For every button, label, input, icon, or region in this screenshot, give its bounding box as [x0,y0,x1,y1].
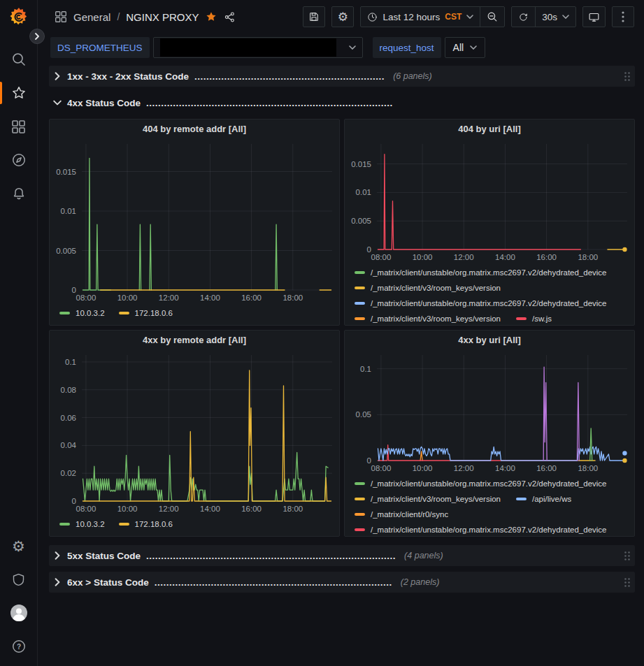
legend-item[interactable]: 172.18.0.6 [119,305,173,321]
svg-text:0.04: 0.04 [61,441,77,449]
svg-text:08:00: 08:00 [76,505,96,513]
active-section-indicator [0,82,2,104]
chart-canvas[interactable]: 00.020.040.060.080.108:0010:0012:0014:00… [50,349,339,515]
svg-text:?: ? [16,643,20,651]
toolbar-actions: ⚙ Last 12 hours CST 30s [303,6,634,27]
compass-icon [11,152,27,168]
panel-title[interactable]: 4xx by uri [All] [345,331,634,349]
panel-404-by-uri: 404 by uri [All] 00.0050.010.01508:0010:… [344,119,635,326]
sidebar-item-search[interactable] [0,43,37,76]
chevron-down-icon [349,45,356,50]
row-drag-handle[interactable] [624,71,631,82]
svg-text:16:00: 16:00 [536,464,557,472]
more-options-button[interactable] [612,6,634,27]
zoom-out-time-button[interactable] [480,7,504,27]
panel-title[interactable]: 4xx by remote addr [All] [50,331,339,349]
chevron-down-icon [562,15,569,19]
legend-item[interactable]: /_matrix/client/v3/room_keys/version [355,280,501,296]
chart-canvas[interactable]: 00.0050.010.01508:0010:0012:0014:0016:00… [345,138,634,263]
legend-label: /_matrix/client/v3/room_keys/version [371,284,501,292]
legend-item[interactable]: /_matrix/client/unstable/org.matrix.msc2… [355,522,607,536]
time-range-picker[interactable]: Last 12 hours CST [361,7,480,27]
legend-item[interactable]: /api/live/ws [516,491,571,507]
svg-text:12:00: 12:00 [454,464,474,472]
legend-swatch [355,302,365,305]
sidebar-item-alerting[interactable] [0,177,37,210]
legend-swatch [355,317,365,320]
sidebar-item-configuration[interactable]: ⚙ [0,529,37,563]
row-drag-handle[interactable] [624,577,631,588]
svg-text:08:00: 08:00 [371,464,392,472]
request-host-value: All [453,42,464,53]
legend-label: /_matrix/client/r0/sync [371,510,448,519]
request-host-select[interactable]: All [445,37,486,58]
row-5xx[interactable]: 5xx Status Code ........................… [49,545,635,566]
sidebar-item-server-admin[interactable] [0,563,37,596]
chevron-right-icon [34,33,41,40]
favorite-star-icon[interactable] [205,10,217,23]
cycle-view-mode-button[interactable] [582,6,606,27]
panel-title[interactable]: 404 by uri [All] [345,120,634,138]
legend-item[interactable]: 10.0.3.2 [59,305,105,321]
legend-item[interactable]: 172.18.0.6 [119,516,173,532]
share-icon[interactable] [224,11,236,23]
svg-text:10:00: 10:00 [413,464,433,472]
row-panel-count: (2 panels) [401,577,440,587]
chart-canvas[interactable]: 00.0050.010.01508:0010:0012:0014:0016:00… [50,138,339,304]
variable-label: DS_PROMETHEUS [50,37,150,58]
save-dashboard-button[interactable] [303,6,325,27]
refresh-interval-picker[interactable]: 30s [535,7,575,27]
apps-grid-icon[interactable] [55,10,67,23]
svg-text:14:00: 14:00 [200,294,220,302]
svg-text:18:00: 18:00 [578,253,598,261]
shield-icon [11,572,26,587]
row-4xx[interactable]: 4xx Status Code ........................… [49,92,635,113]
row-title: 6xx > Status Code [67,577,149,588]
panel-4xx-by-uri: 4xx by uri [All] 00.050.108:0010:0012:00… [344,330,635,537]
row-panel-count: (4 panels) [404,551,443,560]
sidebar-item-starred[interactable] [0,76,37,110]
refresh-button[interactable] [512,7,535,27]
sidebar-item-explore[interactable] [0,143,37,177]
svg-text:12:00: 12:00 [454,253,474,261]
row-1xx-3xx-2xx[interactable]: 1xx - 3xx - 2xx Status Code ............… [49,66,635,87]
row-panel-count: (6 panels) [393,71,432,81]
legend-label: /_matrix/client/unstable/org.matrix.msc2… [371,479,607,488]
legend-item[interactable]: /_matrix/client/v3/room_keys/version [355,311,501,325]
ds-prometheus-select[interactable] [153,37,363,58]
legend-item[interactable]: /_matrix/client/unstable/org.matrix.msc2… [355,265,607,280]
panel-legend: 10.0.3.2172.18.0.6 [50,515,339,536]
sidebar-item-dashboards[interactable] [0,110,37,143]
dashboards-grid-icon [11,120,26,134]
sidebar-item-profile[interactable] [0,596,37,630]
timeseries-chart: 00.050.108:0010:0012:0014:0016:0018:00 [345,349,634,475]
search-icon [11,52,27,67]
svg-text:18:00: 18:00 [578,464,598,472]
refresh-interval-label: 30s [542,12,557,22]
legend-item[interactable]: /sw.js [516,311,552,325]
breadcrumb-folder[interactable]: General [73,11,110,23]
legend-item[interactable]: /_matrix/client/r0/sync [355,507,448,522]
legend-item[interactable]: /_matrix/client/unstable/org.matrix.msc2… [355,296,607,311]
svg-text:16:00: 16:00 [536,253,557,261]
sidebar-item-help[interactable]: ? [0,630,37,663]
legend-label: /_matrix/client/unstable/org.matrix.msc2… [371,526,607,534]
legend-item[interactable]: /_matrix/client/unstable/org.matrix.msc2… [355,476,607,491]
svg-text:16:00: 16:00 [241,505,262,513]
time-controls: Last 12 hours CST [360,6,505,27]
legend-swatch [516,498,527,500]
svg-text:0.01: 0.01 [61,207,76,215]
legend-item[interactable]: /_matrix/client/v3/room_keys/version [355,491,501,507]
grafana-logo[interactable] [8,6,29,27]
dashboard-settings-button[interactable]: ⚙ [331,6,354,27]
panel-title[interactable]: 404 by remote addr [All] [50,120,339,138]
legend-label: 10.0.3.2 [76,520,105,528]
legend-item[interactable]: 10.0.3.2 [59,516,105,532]
sidebar-expand-button[interactable] [29,29,45,44]
svg-text:10:00: 10:00 [117,294,138,302]
row-6xx[interactable]: 6xx > Status Code ......................… [49,572,635,593]
chart-canvas[interactable]: 00.050.108:0010:0012:0014:0016:0018:00 [345,349,634,475]
row-drag-handle[interactable] [624,551,631,561]
svg-text:0.1: 0.1 [360,365,371,373]
svg-text:0.01: 0.01 [356,188,371,196]
